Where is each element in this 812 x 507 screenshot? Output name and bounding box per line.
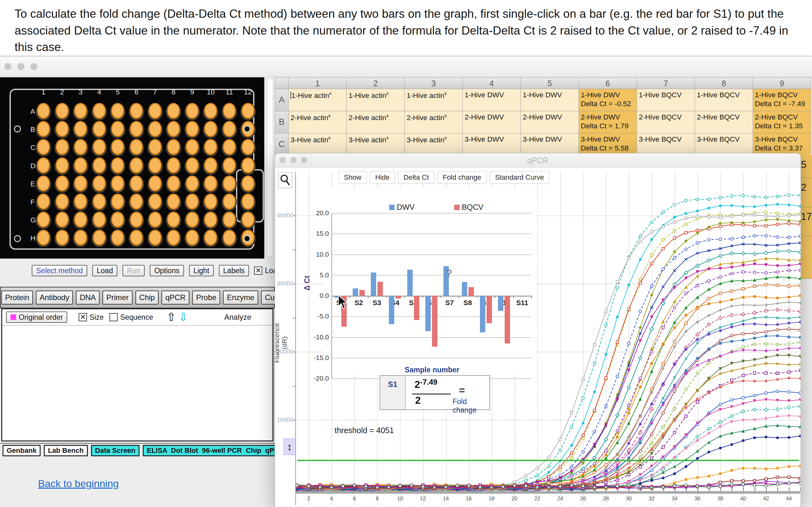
table-cell[interactable]: 2-Hive BQCV bbox=[637, 111, 695, 133]
plate-well-F9[interactable] bbox=[185, 193, 200, 211]
bar-bqcv-s3[interactable] bbox=[377, 282, 383, 296]
plate-well-A2[interactable] bbox=[55, 103, 70, 120]
bar-bqcv-s10[interactable] bbox=[505, 296, 510, 343]
sort-descending-icon[interactable]: ⇩ bbox=[179, 311, 188, 324]
plate-well-F3[interactable] bbox=[73, 193, 88, 211]
plate-well-B1[interactable] bbox=[36, 121, 51, 138]
plate-well-D9[interactable] bbox=[185, 157, 200, 175]
plate-well-G1[interactable] bbox=[36, 212, 51, 229]
plate-well-G8[interactable] bbox=[166, 212, 181, 229]
close-window-icon[interactable] bbox=[4, 63, 11, 70]
plate-well-A11[interactable] bbox=[222, 103, 237, 120]
plate-well-G3[interactable] bbox=[73, 212, 88, 229]
labels-button[interactable]: Labels bbox=[219, 265, 249, 276]
plate-well-H3[interactable] bbox=[73, 230, 88, 247]
table-cell[interactable]: 1-Hive DWV bbox=[463, 89, 521, 111]
plate-well-E9[interactable] bbox=[185, 175, 200, 193]
load-button[interactable]: Load bbox=[92, 265, 117, 276]
delta-ct-button[interactable]: Delta Ct bbox=[398, 171, 434, 184]
bar-bqcv-s5[interactable] bbox=[414, 296, 419, 320]
plate-well-E8[interactable] bbox=[166, 175, 181, 193]
plate-well-F5[interactable] bbox=[110, 193, 125, 211]
light-button[interactable]: Light bbox=[189, 265, 214, 276]
plate-well-E4[interactable] bbox=[92, 175, 107, 193]
table-cell[interactable]: 1-Hive actinx bbox=[289, 89, 347, 111]
plate-well-G10[interactable] bbox=[203, 212, 218, 229]
plate-well-A10[interactable] bbox=[203, 103, 218, 120]
plate-well-H11[interactable] bbox=[222, 230, 237, 247]
magnifier-tool[interactable] bbox=[278, 172, 292, 188]
plate-well-G9[interactable] bbox=[185, 212, 200, 229]
tab-enzyme[interactable]: Enzyme bbox=[223, 291, 258, 304]
plate-well-B10[interactable] bbox=[203, 121, 218, 138]
table-cell[interactable]: 3-Hive actinx bbox=[347, 133, 405, 156]
table-cell[interactable]: 3-Hive BQCV bbox=[637, 133, 695, 156]
plate-well-H9[interactable] bbox=[185, 230, 200, 247]
plate-well-B11[interactable] bbox=[222, 121, 237, 138]
threshold-line[interactable] bbox=[297, 460, 799, 461]
plate-well-E7[interactable] bbox=[148, 175, 163, 193]
plate-well-A5[interactable] bbox=[110, 103, 125, 120]
plate-well-E12[interactable] bbox=[241, 175, 256, 193]
tab-dna[interactable]: DNA bbox=[76, 291, 100, 304]
table-cell[interactable]: 1-Hive DWV bbox=[521, 89, 579, 111]
back-to-beginning-link[interactable]: Back to beginning bbox=[38, 478, 119, 490]
bottom-tab-data-screen[interactable]: Data Screen bbox=[91, 445, 140, 456]
plate-well-F4[interactable] bbox=[92, 193, 107, 211]
table-cell[interactable]: 2-Hive DWV bbox=[463, 111, 521, 133]
select-method-button[interactable]: Select method bbox=[32, 265, 87, 276]
plate-well-A4[interactable] bbox=[92, 103, 107, 120]
plate-well-G11[interactable] bbox=[222, 212, 237, 229]
table-cell[interactable]: 2-Hive BQCV bbox=[695, 111, 753, 133]
table-cell[interactable]: 3-Hive DWV bbox=[521, 133, 579, 156]
plate-well-E6[interactable] bbox=[129, 175, 144, 193]
tab-probe[interactable]: Probe bbox=[192, 291, 220, 304]
plate-well-G4[interactable] bbox=[92, 212, 107, 229]
plate-well-F6[interactable] bbox=[129, 193, 144, 211]
bar-bqcv-s9[interactable] bbox=[487, 296, 492, 323]
table-cell[interactable]: 2-Hive DWV bbox=[521, 111, 579, 133]
plate-well-D5[interactable] bbox=[110, 157, 125, 175]
plate-well-C2[interactable] bbox=[55, 139, 70, 157]
plate-well-G2[interactable] bbox=[55, 212, 70, 229]
bar-dwv-s2[interactable] bbox=[353, 288, 358, 296]
table-cell[interactable]: 2-Hive actinx bbox=[347, 111, 405, 133]
plate-well-C3[interactable] bbox=[73, 139, 88, 157]
plate-well-G12[interactable] bbox=[241, 212, 256, 229]
plate-well-E2[interactable] bbox=[55, 175, 70, 193]
plate-well-E11[interactable] bbox=[222, 175, 237, 193]
plate-well-A3[interactable] bbox=[73, 103, 88, 120]
analyze-label[interactable]: Analyze bbox=[224, 313, 251, 322]
plate-well-D11[interactable] bbox=[222, 157, 237, 175]
zoom-window-icon[interactable] bbox=[31, 63, 38, 70]
plate-well-B2[interactable] bbox=[55, 121, 70, 138]
plate-scrollbar[interactable] bbox=[264, 77, 275, 259]
plate-well-D10[interactable] bbox=[203, 157, 218, 175]
bar-dwv-s4[interactable] bbox=[389, 296, 394, 324]
bottom-tab-genbank[interactable]: Genbank bbox=[3, 445, 41, 456]
bar-dwv-s6[interactable] bbox=[425, 296, 431, 331]
bar-dwv-s10[interactable] bbox=[498, 296, 503, 311]
bar-dwv-s9[interactable] bbox=[480, 296, 485, 332]
standard-curve-button[interactable]: Standard Curve bbox=[490, 171, 549, 184]
table-cell[interactable]: 1-Hive BQCVDelta Ct = -7.49 bbox=[753, 89, 811, 111]
plate-well-E5[interactable] bbox=[110, 175, 125, 193]
plate-well-D12[interactable] bbox=[241, 157, 256, 175]
plate-well-H5[interactable] bbox=[110, 230, 125, 247]
tab-chip[interactable]: Chip bbox=[136, 291, 159, 304]
plate-well-A1[interactable] bbox=[36, 103, 51, 120]
plate-well-D2[interactable] bbox=[55, 157, 70, 175]
bar-bqcv-s8[interactable] bbox=[468, 287, 474, 296]
plate-well-H10[interactable] bbox=[203, 230, 218, 247]
sequence-checkbox[interactable] bbox=[109, 313, 118, 321]
plate-well-A6[interactable] bbox=[129, 103, 144, 120]
plate-well-C9[interactable] bbox=[185, 139, 200, 157]
bar-bqcv-s4[interactable] bbox=[396, 296, 401, 298]
hide-button[interactable]: Hide bbox=[370, 171, 395, 184]
plate-well-F10[interactable] bbox=[203, 193, 218, 211]
plate-well-C6[interactable] bbox=[129, 139, 144, 157]
tab-protein[interactable]: Protein bbox=[1, 291, 33, 304]
table-cell[interactable]: 2-Hive BQCVDelta Ct = 1.35 bbox=[753, 111, 811, 133]
table-cell[interactable]: 1-Hive BQCV bbox=[695, 89, 753, 111]
tab-primer[interactable]: Primer bbox=[102, 291, 133, 304]
